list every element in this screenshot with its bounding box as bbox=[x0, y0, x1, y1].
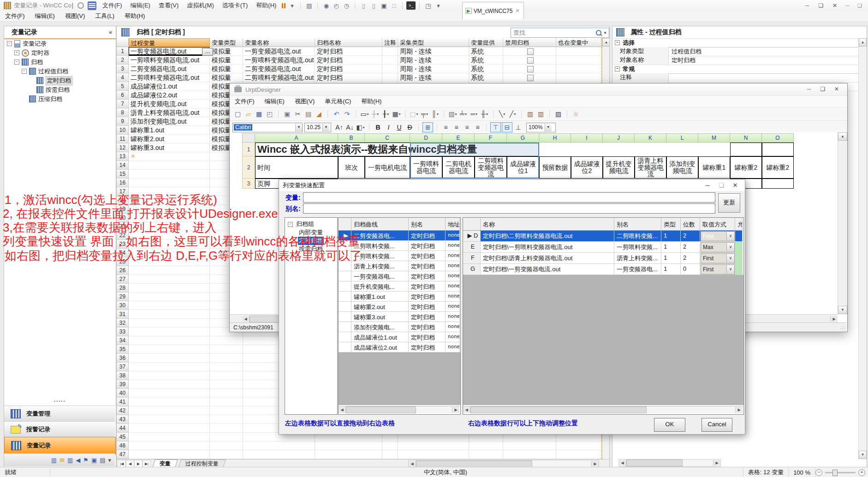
column-header-过程变量[interactable]: 过程变量 bbox=[129, 38, 210, 47]
sheet-row-number[interactable]: 2 bbox=[242, 156, 255, 179]
column-header-归档名称[interactable]: 归档名称 bbox=[315, 38, 382, 47]
search-icon[interactable] bbox=[596, 30, 601, 36]
vm-tab[interactable]: ▶ VM_cWINCC75 ✕ bbox=[462, 2, 524, 19]
rt-cell-name[interactable]: 定时归档\二剪喂料变频器电流.out bbox=[481, 231, 614, 242]
align-right-icon[interactable]: ≡ bbox=[462, 123, 472, 132]
table-row[interactable]: 46 bbox=[117, 441, 601, 450]
column-header-采集类型[interactable]: 采集类型 bbox=[398, 38, 469, 47]
report-icon[interactable]: ▤ bbox=[100, 457, 105, 464]
rt-cell-alias[interactable]: 一剪喂料变频... bbox=[614, 242, 661, 253]
column-letter-D[interactable]: D bbox=[410, 133, 442, 143]
designer-minimize-button[interactable]: ─ bbox=[802, 85, 816, 94]
lt-cell-curve[interactable]: 罐称重3.out bbox=[351, 312, 409, 322]
fill-color-icon[interactable]: ◧▾ bbox=[356, 123, 365, 132]
group-collapse-icon[interactable]: − bbox=[615, 40, 620, 45]
mode-select[interactable]: First∨ bbox=[701, 231, 735, 241]
table-row[interactable]: 2一剪喂料变频器电流.out模拟量一剪喂料变频器电流.out定时归档周期 - 连… bbox=[117, 56, 601, 65]
rt-cell-mode[interactable]: First∨ bbox=[700, 253, 735, 264]
group-collapse-icon[interactable]: − bbox=[615, 66, 620, 72]
lt-row-selector[interactable] bbox=[339, 281, 351, 292]
dialog-titlebar[interactable]: 列变量快速配置 ─ ❏ ✕ bbox=[279, 179, 745, 192]
rt-cell-name[interactable]: 定时归档\沥青上料变频器电流.out bbox=[481, 253, 614, 264]
column-letter-M[interactable]: M bbox=[698, 133, 730, 143]
dropdown-icon[interactable]: ▼ bbox=[545, 124, 552, 131]
dropdown-icon[interactable]: ▾ bbox=[503, 112, 505, 116]
lt-cell-alias[interactable]: 定时归档 bbox=[409, 231, 446, 241]
column-letter-J[interactable]: J bbox=[603, 133, 635, 143]
cell-tag[interactable]: 二剪变频器电流.out bbox=[129, 65, 210, 73]
sheet-corner[interactable] bbox=[242, 133, 255, 143]
dialog-minimize-button[interactable]: ─ bbox=[701, 180, 714, 191]
splitter-dots[interactable]: ••••• bbox=[4, 399, 116, 404]
cell-tag[interactable]: 罐称重3.out bbox=[129, 143, 210, 152]
search-input[interactable]: 查找 ▼ bbox=[511, 28, 609, 38]
table-row[interactable]: 1一剪变频器电流.out…模拟量一剪变频器电流.out定时归档周期 - 连续系统 bbox=[117, 47, 601, 56]
lt-row-selector[interactable] bbox=[339, 312, 351, 322]
checkbox-unchecked[interactable] bbox=[527, 75, 534, 81]
cell-empty[interactable] bbox=[762, 143, 794, 156]
column-header-变量名称[interactable]: 变量名称 bbox=[243, 38, 315, 47]
lt-horizontal-scrollbar[interactable]: ◀▶ bbox=[339, 406, 459, 413]
rt-row-key[interactable]: G bbox=[463, 264, 481, 275]
column-letter-N[interactable]: N bbox=[730, 133, 762, 143]
designer-menu-item[interactable]: 单元格(C) bbox=[320, 97, 356, 106]
rt-cell-flag[interactable] bbox=[735, 253, 743, 264]
zoom-slider[interactable] bbox=[825, 472, 856, 473]
lt-cell-address[interactable]: none bbox=[446, 332, 460, 342]
collapse-sidebar-button[interactable]: « bbox=[109, 29, 112, 36]
bold-icon[interactable]: B bbox=[373, 123, 383, 132]
tab-first-button[interactable]: |◀ bbox=[118, 460, 126, 468]
diagonal-up-icon[interactable]: ╱▾ bbox=[508, 109, 517, 119]
dropdown-icon[interactable]: ∨ bbox=[726, 243, 734, 251]
more-icon[interactable]: ▾ bbox=[108, 457, 111, 464]
archive-curves-table[interactable]: 归档曲线别名地址▶二剪变频器电...定时归档none二剪喂料变频...定时归档n… bbox=[338, 217, 461, 415]
column-header-注释[interactable]: 注释 bbox=[382, 38, 398, 47]
dropdown-icon[interactable]: ∨ bbox=[726, 265, 734, 274]
tree-expand-icon[interactable]: − bbox=[7, 41, 12, 46]
lt-row-selector[interactable] bbox=[339, 251, 351, 261]
console-icon[interactable]: >_ bbox=[406, 1, 416, 10]
column-letter-I[interactable]: I bbox=[571, 133, 603, 143]
cell-tag[interactable]: 提升机变频电流.out bbox=[129, 100, 210, 108]
property-row-常规[interactable]: −常规 bbox=[612, 65, 858, 74]
dropdown-icon[interactable]: ▼ bbox=[322, 124, 329, 131]
lt-cell-address[interactable]: none bbox=[446, 251, 460, 261]
tree-item-压缩归档[interactable]: 压缩归档 bbox=[22, 95, 62, 103]
cell-column-header[interactable]: 成品罐液位2 bbox=[571, 156, 603, 179]
dropdown-icon[interactable]: ▼ bbox=[295, 124, 302, 131]
mode-select[interactable]: Max∨ bbox=[701, 242, 735, 252]
lt-cell-alias[interactable]: 定时归档 bbox=[409, 332, 446, 342]
font-smaller-icon[interactable]: A↓ bbox=[345, 123, 355, 132]
rt-cell-flag[interactable] bbox=[735, 264, 743, 275]
column-header-也在变量中[interactable]: 也在变量中 bbox=[556, 38, 601, 47]
lt-row-selector[interactable] bbox=[339, 241, 351, 251]
cell-tag[interactable]: 罐称重1.out bbox=[129, 126, 210, 135]
vm-menu-item[interactable]: 帮助(H) bbox=[252, 1, 280, 10]
cell-column-header[interactable]: 添加剂变频电流 bbox=[666, 156, 698, 179]
cell-tag[interactable]: 成品罐液位1.out bbox=[129, 82, 210, 91]
cell-column-header[interactable]: 时间 bbox=[255, 156, 338, 179]
lt-cell-curve[interactable]: 添加剂变频电... bbox=[351, 322, 409, 332]
rt-row-key[interactable]: ▶ D bbox=[463, 231, 481, 242]
alias-input[interactable] bbox=[303, 203, 715, 214]
tree-item-过程值归档[interactable]: −过程值归档 bbox=[22, 67, 68, 76]
rt-cell-mode[interactable]: First∨ bbox=[700, 264, 735, 275]
column-letter-C[interactable]: C bbox=[365, 133, 410, 143]
underline-icon[interactable]: U bbox=[394, 123, 404, 132]
valign-bottom-icon[interactable]: ⊥ bbox=[513, 123, 523, 132]
rt-cell-digits[interactable]: 0 bbox=[681, 264, 700, 275]
pause-icon[interactable] bbox=[282, 3, 285, 8]
property-row-注释[interactable]: 注释 bbox=[612, 73, 858, 83]
dropdown-icon[interactable]: ▾ bbox=[363, 125, 365, 130]
lt-cell-alias[interactable]: 定时归档 bbox=[409, 312, 446, 322]
scroll-left-icon[interactable]: ◀ bbox=[463, 407, 470, 413]
dropdown-icon[interactable]: ▾ bbox=[514, 112, 516, 116]
cell-column-header[interactable]: 罐称重2 bbox=[730, 156, 762, 179]
cell-column-header[interactable]: 一剪喂料器电流 bbox=[410, 156, 442, 179]
scroll-up-icon[interactable]: ▲ bbox=[838, 132, 847, 141]
tree-item-定时归档[interactable]: 定时归档 bbox=[29, 76, 72, 85]
cell-tag[interactable]: 成品罐液位2.out bbox=[129, 91, 210, 100]
dialog-maximize-button[interactable]: ❏ bbox=[714, 180, 728, 191]
designer-menu-item[interactable]: 视图(V) bbox=[290, 97, 320, 106]
rt-cell-mode[interactable]: First∨ bbox=[700, 231, 735, 242]
